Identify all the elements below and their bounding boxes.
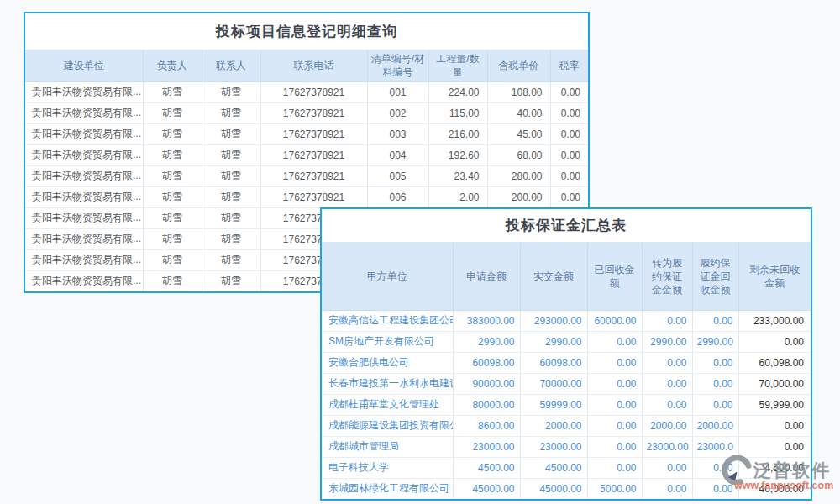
table-cell: 280.00 [487,165,550,186]
table-cell: 006 [367,186,428,207]
table-cell: 383000.00 [453,310,520,331]
watermark-url-text: www.fanpusoft.com [722,480,838,491]
column-header: 甲方单位 [322,243,453,310]
column-header: 税率 [550,50,588,81]
table-cell: 0.00 [550,144,588,165]
table-cell: 23000.00 [642,436,692,457]
table-cell: 0.00 [587,352,642,373]
column-header: 履约保证金回收金额 [692,243,738,310]
table-cell: 68.00 [487,144,550,165]
table-row[interactable]: 贵阳丰沃物资贸易有限...胡雪胡雪17627378921004192.6068.… [25,144,588,165]
column-header: 含税单价 [487,50,550,81]
detail-table-header: 建设单位负责人联系人联系电话清单编号/材料编号工程量/数量含税单价税率 [25,50,588,81]
table-row[interactable]: 贵阳丰沃物资贸易有限...胡雪胡雪17627378921003216.0045.… [25,123,588,144]
table-cell: 45000.00 [453,478,520,499]
table-cell: 0.00 [692,394,738,415]
table-cell: 4500.00 [453,457,520,478]
table-cell: 5000.00 [587,478,642,499]
watermark-brand-text: 泛普软件 [753,459,831,482]
table-cell: 001 [367,81,428,102]
table-cell: 0.00 [642,457,692,478]
table-cell: SM房地产开发有限公司 [322,331,453,352]
table-cell: 0.00 [587,394,642,415]
table-row[interactable]: SM房地产开发有限公司2990.002990.000.002990.002990… [322,331,811,352]
table-cell: 贵阳丰沃物资贸易有限... [25,81,143,102]
column-header: 申请金额 [453,243,520,310]
table-cell: 长春市建投第一水利水电建设 [322,373,453,394]
table-cell: 23.40 [428,165,487,186]
table-row[interactable]: 贵阳丰沃物资贸易有限...胡雪胡雪176273789210062.00200.0… [25,186,588,207]
table-cell: 2990.00 [453,331,520,352]
table-cell: 贵阳丰沃物资贸易有限... [25,207,143,228]
table-cell: 0.00 [587,436,642,457]
table-cell: 胡雪 [143,270,202,291]
table-cell: 0.00 [738,436,811,457]
table-cell: 安徽高信达工程建设集团公司 [322,310,453,331]
table-row[interactable]: 安徽合肥供电公司60098.0060098.000.000.000.0060,0… [322,352,811,373]
table-cell: 0.00 [550,102,588,123]
table-cell: 0.00 [550,81,588,102]
table-cell: 0.00 [642,310,692,331]
fanpu-watermark: 泛普软件 www.fanpusoft.com [722,455,838,491]
table-cell: 成都能源建设集团投资有限公 [322,415,453,436]
table-row[interactable]: 成都能源建设集团投资有限公8600.002000.000.002000.0020… [322,415,811,436]
table-cell: 2990.00 [642,331,692,352]
table-cell: 安徽合肥供电公司 [322,352,453,373]
table-cell: 贵阳丰沃物资贸易有限... [25,186,143,207]
table-cell: 0.00 [587,415,642,436]
table-row[interactable]: 成都杜甫草堂文化管理处80000.0059999.000.000.000.005… [322,394,811,415]
table-cell: 45000.00 [520,478,587,499]
table-cell: 胡雪 [143,123,202,144]
table-cell: 59999.00 [520,394,587,415]
table-cell: 胡雪 [202,165,260,186]
table-cell: 0.00 [642,394,692,415]
table-cell: 胡雪 [143,207,202,228]
table-cell: 0.00 [587,373,642,394]
table-row[interactable]: 成都城市管理局23000.0023000.000.0023000.0023000… [322,436,811,457]
table-cell: 胡雪 [143,165,202,186]
table-cell: 60098.00 [453,352,520,373]
table-cell: 0.00 [550,123,588,144]
table-row[interactable]: 贵阳丰沃物资贸易有限...胡雪胡雪17627378921002115.0040.… [25,102,588,123]
table-cell: 8600.00 [453,415,520,436]
table-row[interactable]: 安徽高信达工程建设集团公司383000.00293000.0060000.000… [322,310,811,331]
table-cell: 胡雪 [202,81,260,102]
table-cell: 233,000.00 [738,310,811,331]
table-cell: 胡雪 [202,123,260,144]
table-cell: 贵阳丰沃物资贸易有限... [25,228,143,249]
table-cell: 216.00 [428,123,487,144]
summary-table-title: 投标保证金汇总表 [322,209,811,243]
table-cell: 80000.00 [453,394,520,415]
table-cell: 60,098.00 [738,352,811,373]
table-row[interactable]: 贵阳丰沃物资贸易有限...胡雪胡雪17627378921001224.00108… [25,81,588,102]
detail-table-title: 投标项目信息登记明细查询 [25,13,588,50]
table-cell: 17627378921 [260,186,367,207]
table-cell: 003 [367,123,428,144]
table-cell: 59,999.00 [738,394,811,415]
table-cell: 293000.00 [520,310,587,331]
table-cell: 224.00 [428,81,487,102]
table-row[interactable]: 贵阳丰沃物资贸易有限...胡雪胡雪1762737892100523.40280.… [25,165,588,186]
column-header: 建设单位 [25,50,143,81]
table-cell: 贵阳丰沃物资贸易有限... [25,165,143,186]
table-cell: 胡雪 [202,249,260,270]
table-row[interactable]: 长春市建投第一水利水电建设90000.0070000.000.000.000.0… [322,373,811,394]
column-header: 负责人 [143,50,202,81]
table-cell: 胡雪 [202,102,260,123]
table-cell: 贵阳丰沃物资贸易有限... [25,102,143,123]
table-cell: 0.00 [692,373,738,394]
table-cell: 45.00 [487,123,550,144]
table-cell: 70000.00 [520,373,587,394]
table-cell: 0.00 [642,478,692,499]
table-cell: 0.00 [692,310,738,331]
table-cell: 0.00 [738,415,811,436]
table-cell: 17627378921 [260,102,367,123]
column-header: 剩余未回收金额 [738,243,811,310]
table-cell: 0.00 [550,186,588,207]
table-cell: 2000.00 [692,415,738,436]
table-cell: 108.00 [487,81,550,102]
table-cell: 胡雪 [202,186,260,207]
table-cell: 胡雪 [143,228,202,249]
column-header: 工程量/数量 [428,50,487,81]
table-cell: 胡雪 [143,81,202,102]
